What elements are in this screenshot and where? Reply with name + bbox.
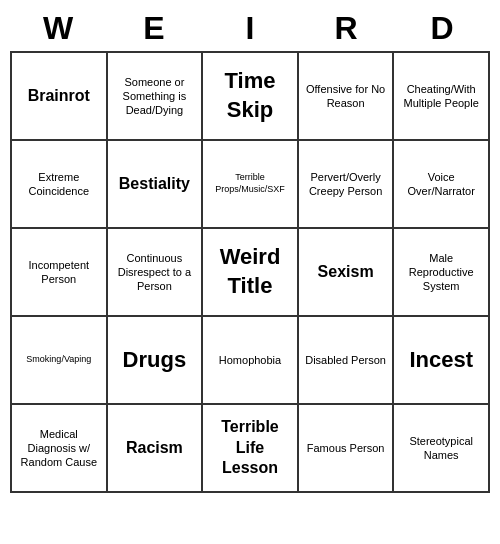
cell-medical-diagnosis: Medical Diagnosis w/ Random Cause [12, 405, 108, 493]
header-letter-w: W [10, 10, 106, 47]
cell-homophobia: Homophobia [203, 317, 299, 405]
bingo-card: WEIRD BrainrotSomeone or Something is De… [10, 10, 490, 493]
cell-sexism: Sexism [299, 229, 395, 317]
header-letter-i: I [202, 10, 298, 47]
cell-incompetent-person: Incompetent Person [12, 229, 108, 317]
cell-male-reproductive: Male Reproductive System [394, 229, 490, 317]
header-letter-r: R [298, 10, 394, 47]
cell-terrible-life-lesson: Terrible Life Lesson [203, 405, 299, 493]
bingo-header: WEIRD [10, 10, 490, 47]
cell-time-skip: Time Skip [203, 53, 299, 141]
cell-offensive-no-reason: Offensive for No Reason [299, 53, 395, 141]
cell-smoking-vaping: Smoking/Vaping [12, 317, 108, 405]
header-letter-e: E [106, 10, 202, 47]
cell-terrible-props: Terrible Props/Music/SXF [203, 141, 299, 229]
cell-bestiality: Bestiality [108, 141, 204, 229]
cell-brainrot: Brainrot [12, 53, 108, 141]
cell-incest: Incest [394, 317, 490, 405]
cell-disabled-person: Disabled Person [299, 317, 395, 405]
cell-weird-title: Weird Title [203, 229, 299, 317]
cell-pervert-creepy: Pervert/Overly Creepy Person [299, 141, 395, 229]
cell-famous-person: Famous Person [299, 405, 395, 493]
cell-dead-dying: Someone or Something is Dead/Dying [108, 53, 204, 141]
cell-continuous-disrespect: Continuous Disrespect to a Person [108, 229, 204, 317]
cell-cheating-multiple: Cheating/With Multiple People [394, 53, 490, 141]
cell-voice-over: Voice Over/Narrator [394, 141, 490, 229]
cell-racism: Racism [108, 405, 204, 493]
cell-stereotypical-names: Stereotypical Names [394, 405, 490, 493]
cell-extreme-coincidence: Extreme Coincidence [12, 141, 108, 229]
cell-drugs: Drugs [108, 317, 204, 405]
bingo-grid: BrainrotSomeone or Something is Dead/Dyi… [10, 51, 490, 493]
header-letter-d: D [394, 10, 490, 47]
